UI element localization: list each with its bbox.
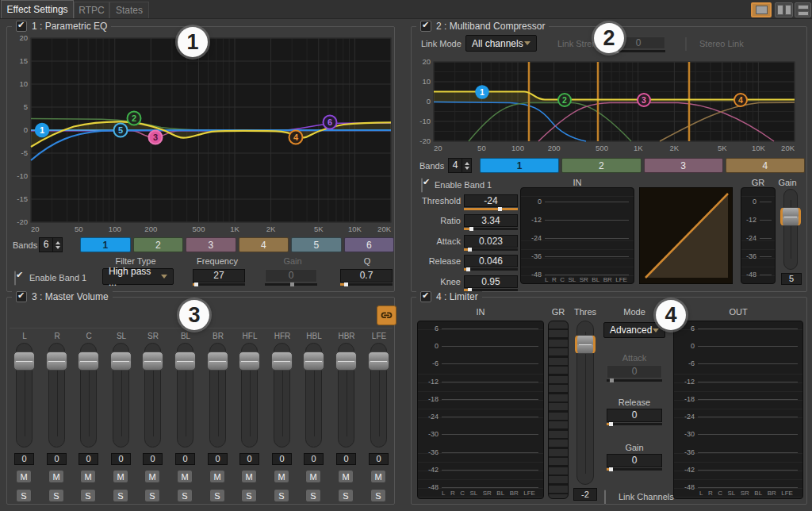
spin-up-icon[interactable] — [56, 241, 60, 244]
solo-button[interactable]: S — [177, 489, 193, 502]
mute-button[interactable]: M — [16, 470, 32, 483]
tab-rtpc[interactable]: RTPC — [74, 2, 109, 18]
ratio-mini-slider[interactable] — [464, 228, 518, 230]
volume-value[interactable]: 0 — [47, 453, 67, 465]
threshold-mini-slider[interactable] — [464, 208, 518, 210]
volume-slider-knob[interactable] — [335, 352, 357, 371]
frequency-field[interactable]: 27 — [193, 269, 245, 282]
volume-slider-knob[interactable] — [174, 352, 196, 371]
volume-slider-knob[interactable] — [142, 352, 163, 371]
volume-value[interactable]: 0 — [79, 453, 98, 465]
mute-button[interactable]: M — [113, 470, 128, 483]
filter-type-dropdown[interactable]: High pass ... — [102, 268, 174, 285]
solo-button[interactable]: S — [305, 489, 321, 502]
mute-button[interactable]: M — [209, 470, 225, 483]
enable-band-checkbox[interactable] — [14, 271, 16, 286]
mb-band1-button[interactable]: 1 — [480, 158, 559, 173]
layout-split-vertical-button[interactable] — [775, 2, 793, 17]
volume-slider-knob[interactable] — [303, 352, 324, 371]
eq-band1-button[interactable]: 1 — [80, 237, 131, 252]
volume-value[interactable]: 0 — [304, 453, 324, 465]
tab-states[interactable]: States — [109, 2, 149, 18]
eq-band6-button[interactable]: 6 — [344, 237, 395, 252]
gain-slider-knob[interactable] — [780, 207, 801, 226]
mb-bands-spinner[interactable]: 4 — [448, 158, 472, 173]
volume-slider-knob[interactable] — [46, 352, 67, 371]
ratio-field[interactable]: 3.34 — [464, 214, 518, 227]
volume-value[interactable]: 0 — [14, 453, 34, 465]
gain-value[interactable]: 5 — [781, 273, 802, 285]
mute-button[interactable]: M — [241, 470, 257, 483]
thres-value[interactable]: -2 — [573, 488, 597, 501]
mb-band2-button[interactable]: 2 — [561, 158, 641, 173]
volume-value[interactable]: 0 — [143, 453, 163, 465]
mute-button[interactable]: M — [177, 470, 193, 483]
volume-slider-knob[interactable] — [78, 352, 99, 371]
mute-button[interactable]: M — [338, 470, 354, 483]
mb-band4-button[interactable]: 4 — [726, 158, 805, 173]
volume-slider-knob[interactable] — [368, 352, 389, 371]
spinner-arrows[interactable] — [462, 159, 471, 172]
link-mode-dropdown[interactable]: All channels — [465, 35, 537, 52]
attack-field[interactable]: 0.023 — [464, 235, 518, 248]
volume-value[interactable]: 0 — [239, 453, 259, 465]
effect-enable-checkbox[interactable] — [16, 291, 27, 302]
effect-enable-checkbox[interactable] — [420, 21, 431, 32]
gain-mini-slider[interactable] — [607, 468, 662, 471]
mute-button[interactable]: M — [274, 470, 289, 483]
volume-slider-knob[interactable] — [110, 352, 132, 371]
gain-slider-track[interactable] — [783, 189, 798, 270]
layout-single-pane-button[interactable] — [751, 2, 772, 17]
mode-dropdown[interactable]: Advanced — [603, 322, 665, 338]
volume-value[interactable]: 0 — [111, 453, 131, 465]
attack-mini-slider[interactable] — [464, 248, 518, 251]
frequency-mini-slider[interactable] — [193, 283, 245, 286]
eq-band2-button[interactable]: 2 — [133, 237, 184, 252]
volume-slider-knob[interactable] — [13, 352, 35, 371]
layout-split-horizontal-button[interactable] — [795, 2, 811, 17]
mute-button[interactable]: M — [80, 470, 96, 483]
mute-button[interactable]: M — [48, 470, 64, 483]
eq-band4-button[interactable]: 4 — [239, 237, 289, 252]
volume-value[interactable]: 0 — [369, 453, 389, 465]
spin-down-icon[interactable] — [465, 167, 469, 170]
mute-button[interactable]: M — [370, 470, 386, 483]
mute-button[interactable]: M — [305, 470, 321, 483]
solo-button[interactable]: S — [80, 489, 96, 502]
link-channels-checkbox[interactable] — [604, 490, 606, 505]
mute-button[interactable]: M — [144, 470, 160, 483]
release-field[interactable]: 0.046 — [464, 255, 518, 267]
release-mini-slider[interactable] — [607, 423, 662, 425]
mbcomp-graph[interactable]: 20501002005001K2K5K10K20K20100-10-20 1 2… — [416, 56, 802, 156]
effect-enable-checkbox[interactable] — [16, 21, 27, 32]
volume-value[interactable]: 0 — [336, 453, 356, 465]
spin-down-icon[interactable] — [56, 246, 60, 249]
tab-effect-settings[interactable]: Effect Settings — [1, 0, 74, 18]
q-mini-slider[interactable] — [340, 283, 393, 286]
solo-button[interactable]: S — [241, 489, 257, 502]
solo-button[interactable]: S — [16, 489, 32, 502]
eq-band3-button[interactable]: 3 — [186, 237, 236, 252]
mb-band3-button[interactable]: 3 — [644, 158, 723, 173]
solo-button[interactable]: S — [209, 489, 225, 502]
spinner-arrows[interactable] — [52, 238, 62, 252]
thres-slider-knob[interactable] — [575, 335, 596, 354]
eq-graph[interactable]: 20501002005001K2K5K10K20K20151050-5-10-1… — [10, 32, 394, 236]
volume-slider-knob[interactable] — [271, 352, 293, 371]
effect-enable-checkbox[interactable] — [420, 291, 431, 302]
threshold-field[interactable]: -24 — [464, 194, 518, 207]
solo-button[interactable]: S — [274, 489, 289, 502]
spin-up-icon[interactable] — [465, 162, 469, 165]
gain-field[interactable]: 0 — [607, 454, 662, 467]
solo-button[interactable]: S — [144, 489, 160, 502]
solo-button[interactable]: S — [338, 489, 354, 502]
q-field[interactable]: 0.7 — [340, 269, 393, 282]
volume-slider-knob[interactable] — [239, 352, 260, 371]
release-field[interactable]: 0 — [607, 409, 662, 422]
release-mini-slider[interactable] — [464, 268, 518, 271]
volume-value[interactable]: 0 — [208, 453, 228, 465]
solo-button[interactable]: S — [113, 489, 128, 502]
enable-band-checkbox[interactable] — [421, 178, 423, 193]
eq-band5-button[interactable]: 5 — [291, 237, 342, 252]
solo-button[interactable]: S — [370, 489, 386, 502]
